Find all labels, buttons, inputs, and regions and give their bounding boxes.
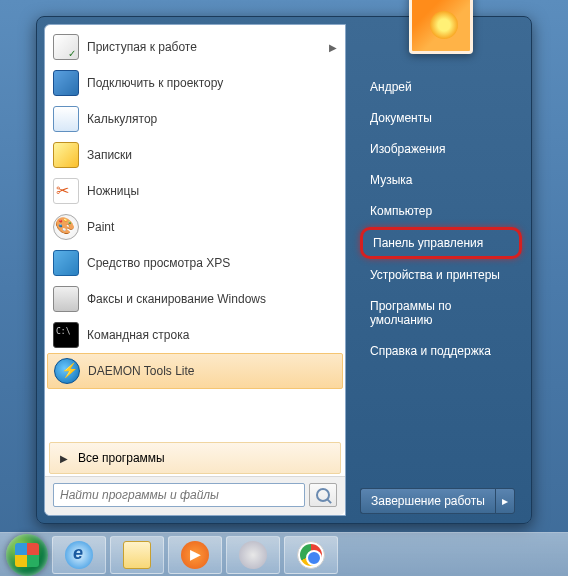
program-label: Ножницы: [87, 184, 139, 198]
program-label: Факсы и сканирование Windows: [87, 292, 266, 306]
right-panel: АндрейДокументыИзображенияМузыкаКомпьюте…: [346, 18, 530, 522]
all-programs[interactable]: ▶ Все программы: [49, 442, 341, 474]
shutdown-options-button[interactable]: ▸: [495, 488, 515, 514]
program-item[interactable]: Средство просмотра XPS: [47, 245, 343, 281]
ie-icon: [65, 541, 93, 569]
programs-list: Приступая к работе▶Подключить к проектор…: [45, 25, 345, 440]
taskbar-button[interactable]: [110, 536, 164, 574]
right-link-7[interactable]: Программы по умолчанию: [360, 291, 522, 335]
program-item[interactable]: Подключить к проектору: [47, 65, 343, 101]
shutdown-row: Завершение работы ▸: [360, 488, 522, 514]
checklist-icon: [53, 34, 79, 60]
program-item[interactable]: Ножницы: [47, 173, 343, 209]
search-button[interactable]: [309, 483, 337, 507]
start-menu: Приступая к работе▶Подключить к проектор…: [36, 16, 532, 524]
program-label: Средство просмотра XPS: [87, 256, 230, 270]
right-link-2[interactable]: Изображения: [360, 134, 522, 164]
start-button[interactable]: [6, 534, 48, 576]
program-item[interactable]: Paint: [47, 209, 343, 245]
calc-icon: [53, 106, 79, 132]
avatar-container: [360, 0, 522, 54]
taskbar-button[interactable]: [284, 536, 338, 574]
explorer-icon: [123, 541, 151, 569]
notes-icon: [53, 142, 79, 168]
right-link-1[interactable]: Документы: [360, 103, 522, 133]
search-icon: [316, 488, 330, 502]
right-link-0[interactable]: Андрей: [360, 72, 522, 102]
taskbar-button[interactable]: [226, 536, 280, 574]
right-link-5[interactable]: Панель управления: [360, 227, 522, 259]
shutdown-label: Завершение работы: [371, 494, 485, 508]
fax-icon: [53, 286, 79, 312]
program-item[interactable]: Командная строка: [47, 317, 343, 353]
all-programs-arrow-icon: ▶: [60, 453, 68, 464]
right-link-8[interactable]: Справка и поддержка: [360, 336, 522, 366]
program-label: Командная строка: [87, 328, 189, 342]
right-links: АндрейДокументыИзображенияМузыкаКомпьюте…: [360, 62, 522, 480]
program-item[interactable]: Приступая к работе▶: [47, 29, 343, 65]
search-input[interactable]: [53, 483, 305, 507]
daemon-icon: [54, 358, 80, 384]
chrome-icon: [297, 541, 325, 569]
search-row: [45, 476, 345, 515]
paint-icon: [53, 214, 79, 240]
right-link-6[interactable]: Устройства и принтеры: [360, 260, 522, 290]
program-label: Приступая к работе: [87, 40, 197, 54]
shutdown-button[interactable]: Завершение работы: [360, 488, 495, 514]
user-avatar[interactable]: [409, 0, 473, 54]
snip-icon: [53, 178, 79, 204]
wmp-icon: [181, 541, 209, 569]
right-link-3[interactable]: Музыка: [360, 165, 522, 195]
xps-icon: [53, 250, 79, 276]
program-item[interactable]: Записки: [47, 137, 343, 173]
program-item[interactable]: Факсы и сканирование Windows: [47, 281, 343, 317]
taskbar: [0, 532, 568, 576]
program-label: Подключить к проектору: [87, 76, 223, 90]
right-link-4[interactable]: Компьютер: [360, 196, 522, 226]
taskbar-button[interactable]: [52, 536, 106, 574]
taskbar-button[interactable]: [168, 536, 222, 574]
program-label: Записки: [87, 148, 132, 162]
left-panel: Приступая к работе▶Подключить к проектор…: [44, 24, 346, 516]
chevron-right-icon: ▸: [502, 494, 508, 508]
program-label: Калькулятор: [87, 112, 157, 126]
steam-icon: [239, 541, 267, 569]
all-programs-label: Все программы: [78, 451, 165, 465]
program-label: Paint: [87, 220, 114, 234]
program-item[interactable]: Калькулятор: [47, 101, 343, 137]
projector-icon: [53, 70, 79, 96]
program-item[interactable]: DAEMON Tools Lite: [47, 353, 343, 389]
cmd-icon: [53, 322, 79, 348]
program-label: DAEMON Tools Lite: [88, 364, 194, 378]
submenu-arrow-icon: ▶: [329, 42, 337, 53]
